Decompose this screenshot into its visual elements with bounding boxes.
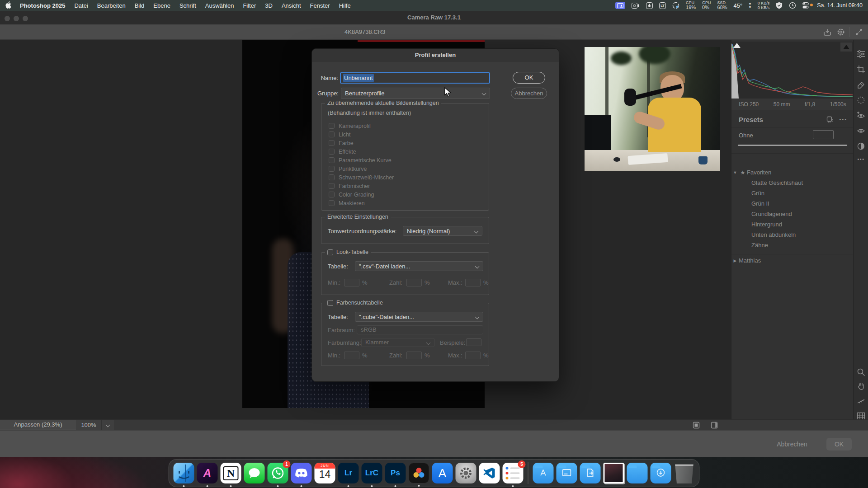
camera-app-icon[interactable]: [632, 3, 640, 9]
camera-raw-ok-button[interactable]: OK: [826, 438, 852, 450]
edit-sliders-icon[interactable]: [857, 50, 865, 58]
zoom-level[interactable]: 100%: [76, 420, 101, 431]
checkbox-box[interactable]: [329, 200, 335, 206]
menu-item-3d[interactable]: 3D: [260, 2, 277, 9]
healing-icon[interactable]: [857, 80, 865, 89]
zoom-dropdown[interactable]: [101, 420, 114, 431]
straighten-tool-icon[interactable]: [857, 397, 865, 405]
dock-photoshop-icon[interactable]: Ps: [385, 463, 406, 483]
profile-name-input[interactable]: Unbenannt: [340, 72, 490, 84]
hand-tool-icon[interactable]: [857, 381, 865, 390]
export-icon[interactable]: [823, 28, 832, 37]
dots-menu-icon[interactable]: ●●: [749, 2, 751, 9]
dock-davinci-resolve-icon[interactable]: [409, 463, 429, 483]
red-eye-icon[interactable]: [857, 111, 865, 120]
dock-messages-icon[interactable]: [244, 463, 265, 483]
checkbox-box[interactable]: [329, 123, 335, 129]
network-stat[interactable]: 0 KB/s 0 KB/s: [758, 1, 770, 10]
group-select[interactable]: Benutzerprofile: [341, 88, 490, 99]
dialog-ok-button[interactable]: OK: [513, 72, 545, 84]
apple-menu[interactable]: [0, 1, 15, 10]
dock-lightroom-classic-icon[interactable]: LrC: [362, 463, 382, 483]
dock-notion-icon[interactable]: N: [221, 463, 241, 483]
checkbox-punktkurve[interactable]: Punktkurve: [329, 164, 394, 173]
gear-icon[interactable]: [836, 28, 845, 37]
presets-more-icon[interactable]: •••: [839, 117, 847, 122]
chevron-right-icon[interactable]: ▶: [731, 258, 739, 263]
before-after-icon[interactable]: [857, 142, 865, 150]
preset-amount-slider[interactable]: [738, 145, 847, 146]
chevron-down-icon[interactable]: ▼: [731, 170, 739, 175]
preset-item[interactable]: Glatte Gesichtshaut: [731, 178, 854, 188]
dock-folder-downloads[interactable]: [651, 463, 671, 483]
preset-group-matthias[interactable]: ▶ Matthias: [731, 254, 854, 267]
preview-eye-icon[interactable]: [857, 127, 865, 135]
checkbox-box[interactable]: [329, 131, 335, 137]
filmstrip-toggle-icon[interactable]: [693, 422, 700, 429]
look-table-checkbox[interactable]: [327, 249, 333, 255]
checkbox-parametrische-kurve[interactable]: Parametrische Kurve: [329, 156, 394, 164]
fullscreen-icon[interactable]: [854, 28, 863, 37]
screen-share-icon[interactable]: [615, 2, 625, 9]
dock-calendar-icon[interactable]: JUN 14: [315, 463, 335, 483]
menu-item-ansicht[interactable]: Ansicht: [277, 2, 306, 9]
droplet-app-icon[interactable]: [646, 2, 653, 9]
dock-folder-plain[interactable]: [627, 463, 648, 483]
count-input[interactable]: [406, 279, 422, 286]
masking-icon[interactable]: [857, 96, 865, 104]
menu-item-datei[interactable]: Datei: [70, 2, 92, 9]
preset-item[interactable]: Grün: [731, 188, 854, 198]
close-window-button[interactable]: [5, 16, 10, 21]
zoom-window-button[interactable]: [23, 16, 28, 21]
panel-toggle-icon[interactable]: [711, 422, 718, 429]
checkbox-effekte[interactable]: Effekte: [329, 147, 394, 156]
checkbox-box[interactable]: [329, 166, 335, 172]
checkbox-box[interactable]: [329, 174, 335, 180]
dock-settings-icon[interactable]: [456, 463, 476, 483]
preset-item[interactable]: Grundlagenend: [731, 209, 854, 219]
checkbox-box[interactable]: [329, 149, 335, 155]
menu-clock[interactable]: Sa. 14. Juni 09:40: [817, 2, 863, 9]
highlight-clipping-icon[interactable]: [840, 42, 852, 52]
checkbox-kameraprofil[interactable]: Kameraprofil: [329, 122, 394, 130]
checkbox-color-grading[interactable]: Color-Grading: [329, 190, 394, 199]
checkbox-box[interactable]: [329, 140, 335, 146]
dock-arc-icon[interactable]: A: [197, 463, 218, 483]
new-preset-icon[interactable]: [826, 116, 834, 123]
dock-folder-applications[interactable]: [533, 463, 554, 483]
dock-whatsapp-icon[interactable]: 1: [268, 463, 288, 483]
minimize-window-button[interactable]: [14, 16, 19, 21]
checkbox-farbmischer[interactable]: Farbmischer: [329, 182, 394, 190]
view-mode-tab[interactable]: Anpassen (29,3%): [0, 420, 76, 431]
preset-item[interactable]: Zähne: [731, 240, 854, 250]
dock-lightroom-icon[interactable]: Lr: [338, 463, 359, 483]
preset-group-favoriten[interactable]: ▼ ★ Favoriten: [731, 167, 854, 178]
menu-item-schrift[interactable]: Schrift: [175, 2, 201, 9]
preset-item[interactable]: Hintergrund: [731, 219, 854, 230]
checkbox-schwarzweiss-mischer[interactable]: Schwarzweiß-Mischer: [329, 173, 394, 182]
preset-amount-box[interactable]: [813, 130, 834, 139]
dock-appstore-icon[interactable]: A: [432, 463, 453, 483]
dock-folder-cards[interactable]: [557, 463, 577, 483]
crop-icon[interactable]: [857, 65, 865, 74]
csv-table-select[interactable]: ".csv"-Datei laden...: [355, 261, 483, 271]
checkbox-box[interactable]: [329, 183, 335, 189]
shadow-clipping-icon[interactable]: [733, 43, 741, 48]
dialog-cancel-button[interactable]: Abbrechen: [511, 88, 547, 99]
checkbox-box[interactable]: [329, 157, 335, 163]
history-clock-icon[interactable]: [789, 2, 796, 9]
toggles-icon[interactable]: [802, 2, 811, 9]
menu-item-bild[interactable]: Bild: [130, 2, 149, 9]
cleanmy-icon[interactable]: [672, 2, 679, 9]
preset-item[interactable]: Unten abdunkeln: [731, 230, 854, 240]
menu-item-filter[interactable]: Filter: [238, 2, 260, 9]
menu-item-hilfe[interactable]: Hilfe: [335, 2, 355, 9]
dock-discord-icon[interactable]: [291, 463, 312, 483]
menu-item-auswaehlen[interactable]: Auswählen: [201, 2, 239, 9]
cpu-stat[interactable]: CPU19%: [686, 1, 696, 10]
ssd-stat[interactable]: SSD68%: [717, 1, 727, 10]
menu-item-ebene[interactable]: Ebene: [149, 2, 175, 9]
max-input[interactable]: [465, 279, 481, 286]
dock-vscode-icon[interactable]: [479, 463, 500, 483]
zoom-tool-icon[interactable]: [857, 368, 865, 376]
